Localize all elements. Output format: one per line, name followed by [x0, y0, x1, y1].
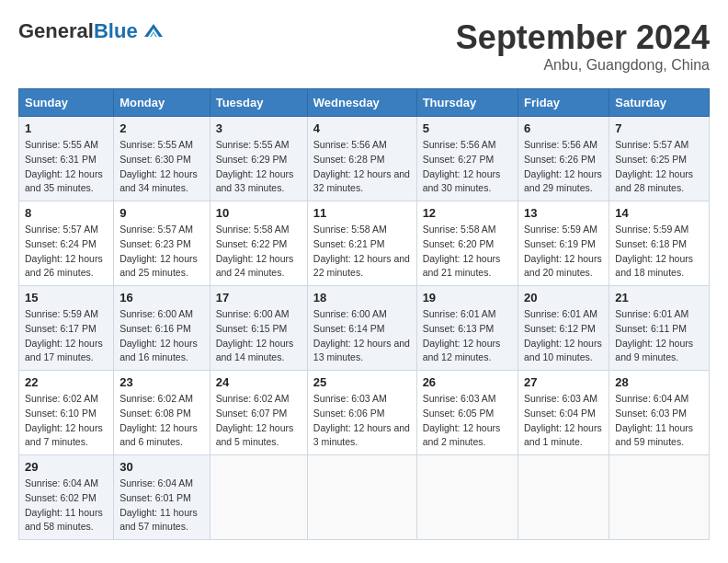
- calendar-cell: 5 Sunrise: 5:56 AM Sunset: 6:27 PM Dayli…: [416, 117, 518, 201]
- header-row: Sunday Monday Tuesday Wednesday Thursday…: [19, 89, 710, 117]
- day-number: 21: [615, 291, 703, 304]
- page-header: GeneralBlue September 2024 Anbu, Guangdo…: [18, 18, 710, 74]
- calendar-cell: 10 Sunrise: 5:58 AM Sunset: 6:22 PM Dayl…: [210, 201, 307, 286]
- day-number: 11: [313, 206, 411, 220]
- day-info: Sunrise: 5:56 AM Sunset: 6:28 PM Dayligh…: [313, 138, 411, 196]
- day-number: 30: [119, 460, 204, 474]
- col-monday: Monday: [114, 89, 210, 117]
- day-number: 27: [524, 375, 603, 389]
- day-number: 23: [119, 375, 204, 389]
- calendar-cell: 13 Sunrise: 5:59 AM Sunset: 6:19 PM Dayl…: [518, 201, 609, 286]
- logo-icon: [141, 18, 166, 44]
- day-number: 7: [615, 121, 703, 135]
- calendar-cell: 24 Sunrise: 6:02 AM Sunset: 6:07 PM Dayl…: [210, 371, 307, 455]
- day-info: Sunrise: 6:03 AM Sunset: 6:05 PM Dayligh…: [423, 392, 512, 450]
- calendar-cell: 1 Sunrise: 5:55 AM Sunset: 6:31 PM Dayli…: [19, 117, 114, 201]
- col-thursday: Thursday: [416, 89, 518, 117]
- day-info: Sunrise: 5:55 AM Sunset: 6:30 PM Dayligh…: [119, 138, 204, 196]
- col-friday: Friday: [518, 89, 609, 117]
- day-number: 29: [25, 460, 108, 474]
- day-info: Sunrise: 5:59 AM Sunset: 6:17 PM Dayligh…: [25, 307, 108, 365]
- calendar-cell: 17 Sunrise: 6:00 AM Sunset: 6:15 PM Dayl…: [210, 286, 307, 371]
- day-info: Sunrise: 6:01 AM Sunset: 6:13 PM Dayligh…: [423, 307, 512, 365]
- day-number: 2: [119, 121, 204, 135]
- day-info: Sunrise: 6:02 AM Sunset: 6:07 PM Dayligh…: [216, 392, 301, 450]
- calendar-cell: 21 Sunrise: 6:01 AM Sunset: 6:11 PM Dayl…: [609, 286, 710, 371]
- day-info: Sunrise: 5:55 AM Sunset: 6:31 PM Dayligh…: [25, 138, 108, 196]
- col-wednesday: Wednesday: [307, 89, 416, 117]
- day-info: Sunrise: 5:58 AM Sunset: 6:20 PM Dayligh…: [423, 223, 512, 281]
- calendar-cell: [416, 455, 518, 540]
- day-info: Sunrise: 5:58 AM Sunset: 6:22 PM Dayligh…: [216, 223, 301, 281]
- day-number: 17: [216, 291, 301, 304]
- day-number: 13: [524, 206, 603, 220]
- calendar-week-row: 15 Sunrise: 5:59 AM Sunset: 6:17 PM Dayl…: [19, 286, 710, 371]
- day-number: 19: [423, 291, 512, 304]
- day-info: Sunrise: 5:57 AM Sunset: 6:24 PM Dayligh…: [25, 223, 108, 281]
- calendar-table: Sunday Monday Tuesday Wednesday Thursday…: [18, 88, 710, 540]
- svg-marker-0: [144, 24, 163, 37]
- month-title: September 2024: [456, 18, 710, 57]
- title-block: September 2024 Anbu, Guangdong, China: [456, 18, 710, 74]
- calendar-cell: 26 Sunrise: 6:03 AM Sunset: 6:05 PM Dayl…: [416, 371, 518, 455]
- calendar-cell: 15 Sunrise: 5:59 AM Sunset: 6:17 PM Dayl…: [19, 286, 114, 371]
- day-info: Sunrise: 6:01 AM Sunset: 6:11 PM Dayligh…: [615, 307, 703, 365]
- day-info: Sunrise: 5:56 AM Sunset: 6:26 PM Dayligh…: [524, 138, 603, 196]
- day-number: 1: [25, 121, 108, 135]
- day-info: Sunrise: 6:00 AM Sunset: 6:15 PM Dayligh…: [216, 307, 301, 365]
- col-tuesday: Tuesday: [210, 89, 307, 117]
- day-number: 18: [313, 291, 411, 304]
- day-number: 22: [25, 375, 108, 389]
- day-info: Sunrise: 5:58 AM Sunset: 6:21 PM Dayligh…: [313, 223, 411, 281]
- calendar-cell: 8 Sunrise: 5:57 AM Sunset: 6:24 PM Dayli…: [19, 201, 114, 286]
- day-info: Sunrise: 6:02 AM Sunset: 6:08 PM Dayligh…: [119, 392, 204, 450]
- calendar-cell: 3 Sunrise: 5:55 AM Sunset: 6:29 PM Dayli…: [210, 117, 307, 201]
- day-number: 26: [423, 375, 512, 389]
- day-info: Sunrise: 5:55 AM Sunset: 6:29 PM Dayligh…: [216, 138, 301, 196]
- calendar-week-row: 8 Sunrise: 5:57 AM Sunset: 6:24 PM Dayli…: [19, 201, 710, 286]
- day-info: Sunrise: 6:04 AM Sunset: 6:02 PM Dayligh…: [25, 477, 108, 534]
- calendar-cell: 9 Sunrise: 5:57 AM Sunset: 6:23 PM Dayli…: [114, 201, 210, 286]
- day-number: 9: [119, 206, 204, 220]
- calendar-cell: 22 Sunrise: 6:02 AM Sunset: 6:10 PM Dayl…: [19, 371, 114, 455]
- day-info: Sunrise: 6:04 AM Sunset: 6:01 PM Dayligh…: [119, 477, 204, 534]
- col-saturday: Saturday: [609, 89, 710, 117]
- calendar-cell: [609, 455, 710, 540]
- day-info: Sunrise: 5:56 AM Sunset: 6:27 PM Dayligh…: [423, 138, 512, 196]
- calendar-cell: [518, 455, 609, 540]
- day-info: Sunrise: 6:01 AM Sunset: 6:12 PM Dayligh…: [524, 307, 603, 365]
- day-number: 20: [524, 291, 603, 304]
- day-info: Sunrise: 6:03 AM Sunset: 6:04 PM Dayligh…: [524, 392, 603, 450]
- day-number: 8: [25, 206, 108, 220]
- calendar-cell: 14 Sunrise: 5:59 AM Sunset: 6:18 PM Dayl…: [609, 201, 710, 286]
- day-info: Sunrise: 5:57 AM Sunset: 6:23 PM Dayligh…: [119, 223, 204, 281]
- day-number: 10: [216, 206, 301, 220]
- day-number: 3: [216, 121, 301, 135]
- calendar-cell: 25 Sunrise: 6:03 AM Sunset: 6:06 PM Dayl…: [307, 371, 416, 455]
- logo-blue: Blue: [94, 19, 138, 42]
- calendar-week-row: 29 Sunrise: 6:04 AM Sunset: 6:02 PM Dayl…: [19, 455, 710, 540]
- day-info: Sunrise: 6:03 AM Sunset: 6:06 PM Dayligh…: [313, 392, 411, 450]
- day-number: 24: [216, 375, 301, 389]
- day-info: Sunrise: 6:00 AM Sunset: 6:14 PM Dayligh…: [313, 307, 411, 365]
- day-info: Sunrise: 6:04 AM Sunset: 6:03 PM Dayligh…: [615, 392, 703, 450]
- day-info: Sunrise: 5:59 AM Sunset: 6:18 PM Dayligh…: [615, 223, 703, 281]
- calendar-cell: [210, 455, 307, 540]
- calendar-cell: 18 Sunrise: 6:00 AM Sunset: 6:14 PM Dayl…: [307, 286, 416, 371]
- calendar-cell: 23 Sunrise: 6:02 AM Sunset: 6:08 PM Dayl…: [114, 371, 210, 455]
- calendar-week-row: 1 Sunrise: 5:55 AM Sunset: 6:31 PM Dayli…: [19, 117, 710, 201]
- calendar-cell: 12 Sunrise: 5:58 AM Sunset: 6:20 PM Dayl…: [416, 201, 518, 286]
- calendar-cell: 20 Sunrise: 6:01 AM Sunset: 6:12 PM Dayl…: [518, 286, 609, 371]
- calendar-cell: 2 Sunrise: 5:55 AM Sunset: 6:30 PM Dayli…: [114, 117, 210, 201]
- logo: GeneralBlue: [18, 18, 166, 44]
- calendar-cell: 28 Sunrise: 6:04 AM Sunset: 6:03 PM Dayl…: [609, 371, 710, 455]
- col-sunday: Sunday: [19, 89, 114, 117]
- day-number: 16: [119, 291, 204, 304]
- day-number: 14: [615, 206, 703, 220]
- day-number: 5: [423, 121, 512, 135]
- day-info: Sunrise: 5:59 AM Sunset: 6:19 PM Dayligh…: [524, 223, 603, 281]
- day-info: Sunrise: 6:02 AM Sunset: 6:10 PM Dayligh…: [25, 392, 108, 450]
- day-number: 12: [423, 206, 512, 220]
- calendar-cell: 27 Sunrise: 6:03 AM Sunset: 6:04 PM Dayl…: [518, 371, 609, 455]
- calendar-cell: 16 Sunrise: 6:00 AM Sunset: 6:16 PM Dayl…: [114, 286, 210, 371]
